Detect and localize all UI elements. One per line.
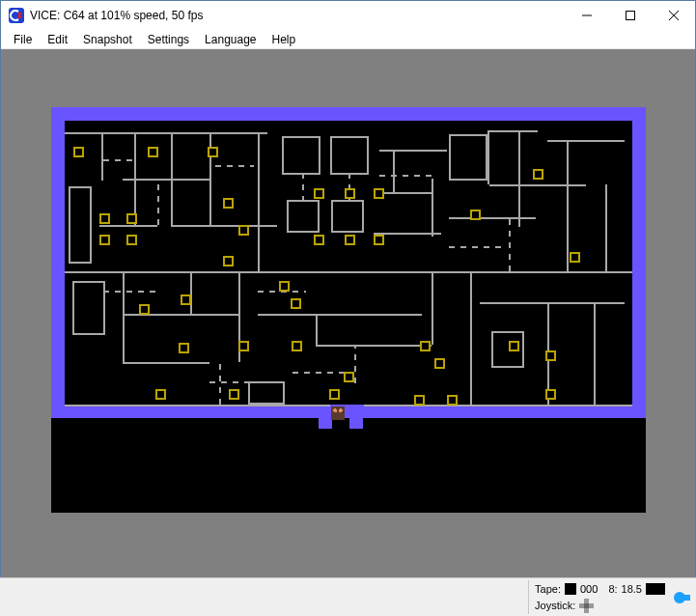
corridor — [449, 246, 507, 248]
gem — [73, 147, 84, 157]
corridor — [215, 165, 254, 167]
gem — [292, 341, 302, 351]
wall — [65, 405, 330, 406]
gem — [148, 147, 158, 157]
wall — [65, 271, 632, 273]
corridor — [103, 291, 161, 293]
wall — [99, 225, 157, 227]
wall — [547, 140, 625, 142]
tape-indicator-icon[interactable] — [565, 583, 576, 595]
gem — [139, 304, 150, 315]
gem — [314, 188, 324, 199]
statusbar: Tape: 000 8: 18.5 Joystick: — [0, 577, 696, 616]
menu-help[interactable]: Help — [265, 31, 303, 48]
gem — [509, 341, 519, 351]
room — [72, 281, 105, 335]
emulator-viewport[interactable] — [1, 49, 695, 577]
corridor — [103, 159, 132, 161]
menu-edit[interactable]: Edit — [41, 31, 74, 48]
wall — [258, 132, 260, 271]
gem — [179, 343, 189, 353]
tape-label: Tape: — [535, 583, 561, 595]
corridor — [209, 381, 248, 383]
wall — [123, 271, 125, 362]
corridor — [292, 372, 350, 374]
gem — [414, 395, 425, 406]
corridor — [302, 175, 304, 202]
gem — [447, 395, 458, 406]
window-title: VICE: C64 at 101% speed, 50 fps — [30, 9, 565, 22]
gem — [345, 235, 355, 245]
wall — [171, 225, 277, 227]
minimize-button[interactable] — [565, 1, 608, 30]
gem — [374, 235, 384, 245]
menubar: File Edit Snapshot Settings Language Hel… — [1, 30, 695, 49]
room — [282, 136, 320, 175]
gem — [208, 147, 218, 157]
wall — [480, 302, 625, 304]
wall — [518, 130, 520, 227]
corridor — [354, 345, 356, 383]
maze-wall — [363, 405, 646, 418]
gem — [434, 358, 445, 369]
maze-wall — [51, 405, 319, 418]
c64-screen — [51, 107, 646, 513]
gem — [545, 350, 556, 361]
drive-led-icon[interactable] — [646, 583, 665, 595]
gem — [279, 281, 290, 292]
gem — [126, 213, 137, 224]
menu-file[interactable]: File — [7, 31, 39, 48]
wall — [432, 179, 433, 237]
room — [331, 200, 364, 233]
gem — [181, 294, 191, 305]
wall — [470, 271, 472, 405]
menu-snapshot[interactable]: Snapshot — [76, 31, 139, 48]
status-tape-drive: Tape: 000 8: 18.5 Joystick: — [528, 580, 671, 614]
gem — [291, 298, 301, 309]
corridor — [509, 217, 511, 271]
gem — [570, 252, 580, 263]
gem — [344, 372, 354, 382]
wall — [487, 130, 489, 184]
status-rec-icon[interactable] — [671, 580, 692, 614]
wall — [567, 140, 569, 271]
wall — [449, 217, 536, 219]
svg-rect-2 — [626, 12, 634, 20]
wall — [594, 302, 596, 405]
wall — [605, 184, 607, 271]
room — [69, 186, 92, 264]
room — [287, 200, 320, 233]
gem — [155, 389, 166, 400]
maximize-button[interactable] — [608, 1, 652, 30]
wall — [489, 184, 586, 186]
gem — [420, 341, 431, 351]
wall — [316, 314, 318, 345]
maze — [65, 121, 632, 405]
menu-settings[interactable]: Settings — [141, 31, 196, 48]
menu-language[interactable]: Language — [198, 31, 263, 48]
app-icon — [9, 8, 24, 23]
wall — [134, 132, 136, 225]
gem — [545, 389, 556, 400]
close-button[interactable] — [652, 1, 695, 30]
gem — [223, 198, 234, 209]
wall — [190, 271, 192, 314]
drive-track: 18.5 — [622, 583, 642, 595]
wall — [123, 362, 209, 364]
gem — [314, 235, 324, 245]
maze-wall — [349, 405, 363, 429]
wall — [393, 150, 395, 192]
room — [449, 134, 487, 181]
gem — [99, 213, 110, 224]
svg-rect-6 — [684, 595, 690, 601]
wall — [171, 132, 173, 225]
wall — [489, 130, 538, 132]
gem — [229, 389, 239, 400]
gem — [99, 235, 110, 245]
wall — [364, 405, 632, 406]
wall — [101, 132, 103, 181]
gem — [329, 389, 340, 400]
wall — [432, 271, 433, 345]
player-sprite — [331, 406, 345, 420]
gem — [470, 210, 481, 220]
